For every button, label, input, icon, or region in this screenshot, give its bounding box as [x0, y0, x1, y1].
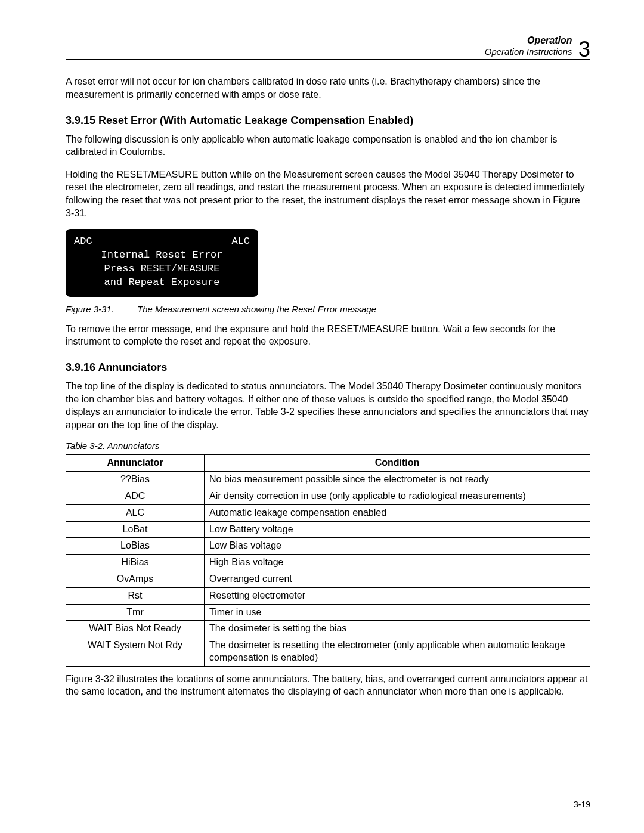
- header-subtitle: Operation Instructions: [485, 47, 572, 57]
- col-annunciator-header: Annunciator: [66, 455, 205, 472]
- table-row: ALCAutomatic leakage compensation enable…: [66, 504, 590, 521]
- section-3915-p3: To remove the error message, end the exp…: [66, 323, 590, 348]
- annunciators-table: Annunciator Condition ??BiasNo bias meas…: [66, 454, 590, 666]
- lcd-row-1: ADC ALC: [74, 235, 250, 249]
- intro-paragraph: A reset error will not occur for ion cha…: [66, 75, 590, 101]
- lcd-adc-label: ADC: [74, 235, 92, 249]
- annunciator-cell: LoBat: [66, 521, 205, 538]
- body-content: A reset error will not occur for ion cha…: [66, 75, 590, 698]
- table-header-row: Annunciator Condition: [66, 455, 590, 472]
- condition-cell: Low Battery voltage: [205, 521, 590, 538]
- annunciator-cell: HiBias: [66, 555, 205, 571]
- page: Operation Operation Instructions 3 A res…: [0, 0, 644, 833]
- condition-cell: Timer in use: [205, 604, 590, 621]
- table-row: OvAmpsOverranged current: [66, 571, 590, 588]
- condition-cell: High Bias voltage: [205, 555, 590, 571]
- lcd-row-2: Internal Reset Error: [74, 249, 250, 262]
- annunciator-cell: ALC: [66, 504, 205, 521]
- table-row: WAIT System Not RdyThe dosimeter is rese…: [66, 637, 590, 667]
- section-3916-heading: 3.9.16 Annunciators: [66, 361, 590, 374]
- header-title: Operation: [527, 35, 572, 45]
- section-3915-p2: Holding the RESET/MEASURE button while o…: [66, 168, 590, 219]
- section-3915-p1: The following discussion is only applica…: [66, 133, 590, 159]
- lcd-row-4: and Repeat Exposure: [74, 276, 250, 290]
- table-3-2-caption: Table 3-2. Annunciators: [66, 441, 590, 451]
- condition-cell: The dosimeter is resetting the electrome…: [205, 637, 590, 667]
- chapter-number: 3: [578, 39, 590, 60]
- header-text-block: Operation Operation Instructions: [485, 35, 572, 57]
- table-row: LoBiasLow Bias voltage: [66, 538, 590, 555]
- annunciator-cell: OvAmps: [66, 571, 205, 588]
- annunciator-cell: ADC: [66, 488, 205, 505]
- condition-cell: Air density correction in use (only appl…: [205, 488, 590, 505]
- annunciator-cell: WAIT System Not Rdy: [66, 637, 205, 667]
- table-row: WAIT Bias Not ReadyThe dosimeter is sett…: [66, 621, 590, 637]
- condition-cell: No bias measurement possible since the e…: [205, 472, 590, 488]
- table-row: HiBiasHigh Bias voltage: [66, 555, 590, 571]
- page-number: 3-19: [574, 800, 590, 809]
- annunciator-cell: WAIT Bias Not Ready: [66, 621, 205, 637]
- table-row: ADCAir density correction in use (only a…: [66, 488, 590, 505]
- table-row: ??BiasNo bias measurement possible since…: [66, 472, 590, 488]
- condition-cell: The dosimeter is setting the bias: [205, 621, 590, 637]
- table-row: LoBatLow Battery voltage: [66, 521, 590, 538]
- condition-cell: Automatic leakage compensation enabled: [205, 504, 590, 521]
- annunciator-cell: LoBias: [66, 538, 205, 555]
- condition-cell: Overranged current: [205, 571, 590, 588]
- section-3916-p2: Figure 3-32 illustrates the locations of…: [66, 673, 590, 698]
- table-row: RstResetting electrometer: [66, 587, 590, 604]
- annunciator-cell: ??Bias: [66, 472, 205, 488]
- table-row: TmrTimer in use: [66, 604, 590, 621]
- page-header: Operation Operation Instructions 3: [66, 35, 590, 60]
- section-3915-heading: 3.9.15 Reset Error (With Automatic Leaka…: [66, 114, 590, 127]
- condition-cell: Resetting electrometer: [205, 587, 590, 604]
- lcd-row-3: Press RESET/MEASURE: [74, 262, 250, 276]
- lcd-screen-figure: ADC ALC Internal Reset Error Press RESET…: [66, 229, 258, 297]
- annunciator-cell: Tmr: [66, 604, 205, 621]
- figure-3-31-caption: Figure 3-31. The Measurement screen show…: [66, 304, 590, 314]
- col-condition-header: Condition: [205, 455, 590, 472]
- condition-cell: Low Bias voltage: [205, 538, 590, 555]
- figure-caption-text: The Measurement screen showing the Reset…: [137, 304, 376, 314]
- section-3916-p1: The top line of the display is dedicated…: [66, 380, 590, 431]
- annunciator-cell: Rst: [66, 587, 205, 604]
- figure-label: Figure 3-31.: [66, 304, 137, 314]
- lcd-alc-label: ALC: [231, 235, 250, 249]
